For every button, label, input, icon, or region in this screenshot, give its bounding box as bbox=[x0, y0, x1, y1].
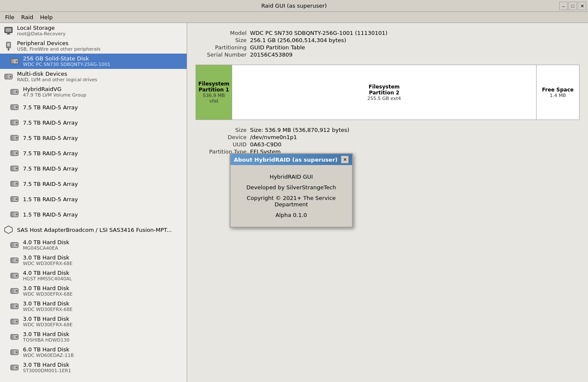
sidebar-item-ssd-256[interactable]: 256 GB Solid-State DiskWDC PC SN730 SDBQ… bbox=[0, 54, 187, 69]
sidebar-item-hdd-6tb-1[interactable]: 6.0 TB Hard DiskWDC WD60EDAZ-11B bbox=[0, 345, 187, 360]
detail-device-label: Device bbox=[196, 134, 247, 140]
sidebar-item-hdd-3tb-2[interactable]: 3.0 TB Hard DiskWDC WD30EFRX-68E bbox=[0, 283, 187, 299]
sidebar-icon-hdd-3tb-6 bbox=[9, 362, 20, 373]
sidebar-main-hdd-4tb-2: 4.0 TB Hard Disk bbox=[23, 270, 72, 276]
sidebar-item-raid5-7[interactable]: 1.5 TB RAID-5 Array bbox=[0, 191, 187, 207]
sidebar-text-raid5-6: 7.5 TB RAID-5 Array bbox=[23, 181, 78, 187]
sidebar-sub-multi-disk: RAID, LVM and other logical drives bbox=[17, 77, 97, 83]
close-button[interactable]: ✕ bbox=[578, 2, 586, 10]
disk-info: Model WDC PC SN730 SDBQNTY-256G-1001 (11… bbox=[196, 30, 579, 58]
model-label: Model bbox=[196, 30, 247, 36]
p1-label-line1: Filesystem bbox=[198, 81, 229, 87]
svg-rect-42 bbox=[11, 182, 14, 186]
menu-help[interactable]: Help bbox=[37, 13, 56, 21]
sidebar-icon-raid5-8 bbox=[9, 208, 20, 220]
svg-rect-5 bbox=[7, 43, 10, 46]
sidebar-icon-peripheral-devices bbox=[3, 40, 14, 52]
svg-rect-71 bbox=[11, 304, 14, 308]
menu-raid[interactable]: Raid bbox=[18, 13, 37, 21]
sidebar-main-raid5-1: 7.5 TB RAID-5 Array bbox=[23, 104, 78, 111]
partitioning-label: Partitioning bbox=[196, 44, 247, 51]
sidebar-item-hdd-3tb-6[interactable]: 3.0 TB Hard DiskST3000DM001-1ER1 bbox=[0, 360, 187, 375]
sidebar-item-hdd-4tb-1[interactable]: 4.0 TB Hard DiskMG04SCA40EA bbox=[0, 237, 187, 253]
menubar: File Raid Help bbox=[0, 12, 588, 23]
sidebar-item-hdd-3tb-1[interactable]: 3.0 TB Hard DiskWDC WD30EFRX-68E bbox=[0, 253, 187, 268]
sidebar-text-raid5-5: 7.5 TB RAID-5 Array bbox=[23, 165, 78, 172]
svg-point-72 bbox=[16, 305, 17, 307]
p2-label-line2: Partition 2 bbox=[369, 90, 400, 96]
sidebar-icon-hdd-3tb-1 bbox=[9, 254, 20, 266]
svg-point-64 bbox=[16, 275, 17, 277]
svg-marker-52 bbox=[5, 226, 12, 234]
p2-size: 255.5 GB ext4 bbox=[367, 96, 401, 101]
sidebar-main-raid5-3: 7.5 TB RAID-5 Array bbox=[23, 135, 78, 141]
svg-rect-79 bbox=[11, 335, 14, 339]
sidebar-text-peripheral-devices: Peripheral DevicesUSB, FireWire and othe… bbox=[17, 40, 101, 52]
sidebar-sub-hdd-3tb-6: ST3000DM001-1ER1 bbox=[23, 368, 71, 373]
sidebar-item-raid5-3[interactable]: 7.5 TB RAID-5 Array bbox=[0, 130, 187, 145]
partition-segment-free[interactable]: Free Space 1.4 MB bbox=[537, 65, 579, 120]
sidebar-main-raid5-4: 7.5 TB RAID-5 Array bbox=[23, 150, 78, 157]
sidebar-sub-hdd-6tb-1: WDC WD60EDAZ-11B bbox=[23, 353, 74, 358]
serial-value: 20156C453809 bbox=[250, 51, 579, 58]
sidebar-icon-hdd-4tb-1 bbox=[9, 239, 20, 251]
svg-point-51 bbox=[16, 214, 17, 215]
maximize-button[interactable]: □ bbox=[568, 2, 577, 10]
minimize-button[interactable]: – bbox=[559, 2, 568, 10]
svg-point-88 bbox=[16, 367, 17, 368]
sidebar-item-raid5-1[interactable]: 7.5 TB RAID-5 Array bbox=[0, 100, 187, 115]
sidebar-item-hybrid-raid-vg[interactable]: HybridRaidVG47.9 TB LVM Volume Group bbox=[0, 84, 187, 100]
svg-rect-59 bbox=[11, 258, 14, 262]
sidebar-icon-raid5-1 bbox=[9, 101, 20, 113]
free-label-line1: Free Space bbox=[542, 87, 574, 93]
sidebar-text-multi-disk: Multi-disk DevicesRAID, LVM and other lo… bbox=[17, 71, 97, 83]
svg-point-19 bbox=[16, 91, 17, 93]
sidebar: Local Storageroot@Data-RecoveryPeriphera… bbox=[0, 23, 187, 382]
sidebar-text-hdd-3tb-6: 3.0 TB Hard DiskST3000DM001-1ER1 bbox=[23, 362, 71, 373]
partition-segment-p1[interactable]: Filesystem Partition 1 536.9 MB vfat bbox=[196, 65, 232, 120]
sidebar-item-raid5-8[interactable]: 1.5 TB RAID-5 Array bbox=[0, 207, 187, 222]
detail-uuid-value: 0A63-C9D0 bbox=[250, 141, 579, 148]
menu-file[interactable]: File bbox=[2, 13, 18, 21]
sidebar-sub-hdd-4tb-1: MG04SCA40EA bbox=[23, 245, 69, 251]
sidebar-main-hdd-3tb-5: 3.0 TB Hard Disk bbox=[23, 331, 70, 337]
titlebar: Raid GUI (as superuser) – □ ✕ bbox=[0, 0, 588, 12]
detail-uuid-label: UUID bbox=[196, 141, 247, 148]
sidebar-item-raid5-2[interactable]: 7.5 TB RAID-5 Array bbox=[0, 115, 187, 130]
sidebar-text-ssd-256: 256 GB Solid-State DiskWDC PC SN730 SDBQ… bbox=[23, 55, 111, 67]
sidebar-main-multi-disk: Multi-disk Devices bbox=[17, 71, 97, 77]
detail-size-label: Size bbox=[196, 127, 247, 133]
svg-point-80 bbox=[16, 336, 17, 338]
sidebar-main-raid5-7: 1.5 TB RAID-5 Array bbox=[23, 196, 78, 202]
sidebar-main-sas-host: SAS Host AdapterBroadcom / LSI SAS3416 F… bbox=[17, 227, 172, 233]
sidebar-item-raid5-6[interactable]: 7.5 TB RAID-5 Array bbox=[0, 176, 187, 191]
sidebar-item-sas-host[interactable]: SAS Host AdapterBroadcom / LSI SAS3416 F… bbox=[0, 222, 187, 237]
sidebar-icon-hdd-3tb-3 bbox=[9, 300, 20, 312]
sidebar-text-local-storage: Local Storageroot@Data-Recovery bbox=[17, 25, 65, 37]
sidebar-main-raid5-8: 1.5 TB RAID-5 Array bbox=[23, 211, 78, 218]
sidebar-item-peripheral-devices[interactable]: Peripheral DevicesUSB, FireWire and othe… bbox=[0, 38, 187, 54]
sidebar-main-hdd-3tb-4: 3.0 TB Hard Disk bbox=[23, 316, 73, 322]
dialog-close-button[interactable]: ✕ bbox=[341, 156, 349, 163]
sidebar-sub-hdd-3tb-2: WDC WD30EFRX-68E bbox=[23, 291, 73, 297]
partition-segment-p2[interactable]: Filesystem Partition 2 255.5 GB ext4 bbox=[232, 65, 537, 120]
sidebar-item-hdd-3tb-3[interactable]: 3.0 TB Hard DiskWDC WD30EFRX-68E bbox=[0, 299, 187, 314]
sidebar-item-multi-disk[interactable]: Multi-disk DevicesRAID, LVM and other lo… bbox=[0, 69, 187, 84]
sidebar-item-hdd-3tb-5[interactable]: 3.0 TB Hard DiskTOSHIBA HDWD130 bbox=[0, 329, 187, 345]
sidebar-main-peripheral-devices: Peripheral Devices bbox=[17, 40, 101, 46]
sidebar-sub-hdd-3tb-4: WDC WD30EFRX-68E bbox=[23, 322, 73, 328]
sidebar-sub-hdd-3tb-1: WDC WD30EFRX-68E bbox=[23, 261, 73, 266]
sidebar-item-raid5-5[interactable]: 7.5 TB RAID-5 Array bbox=[0, 161, 187, 176]
detail-device-value: /dev/nvme0n1p1 bbox=[250, 134, 579, 140]
dialog-copyright: Copyright © 2021+ The Service Department bbox=[237, 195, 345, 208]
sidebar-item-local-storage[interactable]: Local Storageroot@Data-Recovery bbox=[0, 23, 187, 38]
sidebar-item-hdd-3tb-4[interactable]: 3.0 TB Hard DiskWDC WD30EFRX-68E bbox=[0, 314, 187, 329]
sidebar-main-raid5-2: 7.5 TB RAID-5 Array bbox=[23, 120, 78, 126]
svg-point-47 bbox=[16, 198, 17, 200]
sidebar-item-raid5-4[interactable]: 7.5 TB RAID-5 Array bbox=[0, 145, 187, 161]
svg-rect-10 bbox=[11, 59, 14, 63]
sidebar-text-raid5-3: 7.5 TB RAID-5 Array bbox=[23, 135, 78, 141]
sidebar-item-hdd-4tb-2[interactable]: 4.0 TB Hard DiskHGST HMS5C4040AL bbox=[0, 268, 187, 283]
svg-rect-30 bbox=[11, 136, 14, 140]
sidebar-main-hdd-3tb-2: 3.0 TB Hard Disk bbox=[23, 285, 73, 291]
